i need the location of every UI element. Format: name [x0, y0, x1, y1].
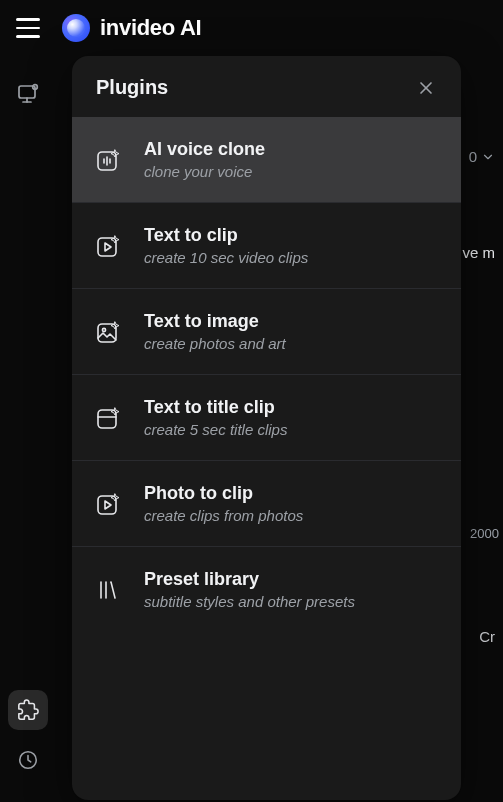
plugin-subtitle: clone your voice — [144, 163, 265, 180]
plugin-photo-to-clip[interactable]: Photo to clip create clips from photos — [72, 461, 461, 547]
plugin-subtitle: create clips from photos — [144, 507, 303, 524]
bg-dropdown-hint: 0 — [469, 148, 495, 165]
svg-marker-18 — [105, 501, 111, 509]
plugins-icon[interactable] — [8, 690, 48, 730]
plugin-title: Preset library — [144, 569, 355, 590]
plugins-list: AI voice clone clone your voice Text to … — [72, 117, 461, 800]
plugin-subtitle: subtitle styles and other presets — [144, 593, 355, 610]
photo-to-clip-icon — [94, 489, 124, 519]
plugin-text: Text to image create photos and art — [144, 311, 286, 352]
plugin-title: Photo to clip — [144, 483, 303, 504]
plugin-text: Text to clip create 10 sec video clips — [144, 225, 308, 266]
plugin-subtitle: create 5 sec title clips — [144, 421, 287, 438]
svg-marker-12 — [105, 243, 111, 251]
monitor-icon[interactable] — [8, 74, 48, 114]
history-icon[interactable] — [8, 740, 48, 780]
plugin-text-to-title-clip[interactable]: Text to title clip create 5 sec title cl… — [72, 375, 461, 461]
plugins-panel: Plugins AI voice clone clone y — [72, 56, 461, 800]
text-to-clip-icon — [94, 231, 124, 261]
panel-title: Plugins — [96, 76, 168, 99]
plugin-title: Text to image — [144, 311, 286, 332]
preset-library-icon — [94, 575, 124, 605]
bg-text-hint-1: ve m — [462, 244, 495, 261]
plugin-text: Text to title clip create 5 sec title cl… — [144, 397, 287, 438]
svg-line-21 — [111, 582, 115, 598]
svg-point-14 — [102, 328, 105, 331]
brand-title: invideo AI — [100, 15, 201, 41]
plugin-subtitle: create 10 sec video clips — [144, 249, 308, 266]
plugin-ai-voice-clone[interactable]: AI voice clone clone your voice — [72, 117, 461, 203]
plugin-title: Text to clip — [144, 225, 308, 246]
plugin-text: Preset library subtitle styles and other… — [144, 569, 355, 610]
plugin-subtitle: create photos and art — [144, 335, 286, 352]
text-to-title-icon — [94, 403, 124, 433]
voice-clone-icon — [94, 145, 124, 175]
plugin-preset-library[interactable]: Preset library subtitle styles and other… — [72, 547, 461, 632]
top-bar: invideo AI — [0, 0, 503, 56]
plugin-title: Text to title clip — [144, 397, 287, 418]
brand-logo-icon — [62, 14, 90, 42]
menu-icon[interactable] — [16, 14, 44, 42]
plugin-title: AI voice clone — [144, 139, 265, 160]
text-to-image-icon — [94, 317, 124, 347]
plugin-text-to-clip[interactable]: Text to clip create 10 sec video clips — [72, 203, 461, 289]
bg-text-hint-2: 2000 — [470, 526, 499, 541]
bg-text-hint-3: Cr — [479, 628, 495, 645]
background-area: 0 ve m 2000 Cr — [463, 56, 503, 802]
plugin-text-to-image[interactable]: Text to image create photos and art — [72, 289, 461, 375]
brand[interactable]: invideo AI — [62, 14, 201, 42]
left-rail — [0, 56, 56, 802]
close-icon[interactable] — [415, 77, 437, 99]
panel-header: Plugins — [72, 56, 461, 117]
chevron-down-icon — [481, 150, 495, 164]
plugin-text: AI voice clone clone your voice — [144, 139, 265, 180]
plugin-text: Photo to clip create clips from photos — [144, 483, 303, 524]
